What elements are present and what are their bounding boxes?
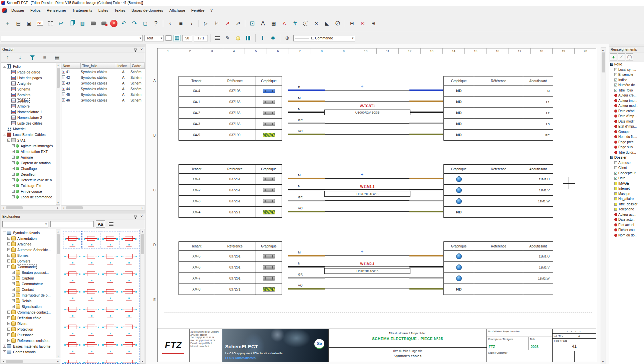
tree-item[interactable]: + Dégrilleur [2, 171, 56, 177]
expander-icon[interactable]: + [7, 242, 10, 245]
print-button[interactable] [88, 18, 98, 29]
line-styles-button[interactable] [214, 34, 222, 42]
expander-icon[interactable]: + [7, 316, 10, 319]
expander-icon[interactable]: + [12, 173, 15, 176]
field-row[interactable]: Titre du gr... [609, 150, 644, 155]
field-row[interactable]: Titre_folio [609, 88, 644, 93]
field-row[interactable]: Page suiv... [609, 145, 644, 150]
hide-tool-button[interactable]: ∅ [333, 18, 343, 29]
redo-button[interactable]: ↷ [129, 18, 139, 29]
tree-item[interactable]: + Alimentation [2, 235, 56, 241]
menu-item[interactable]: Traitements [69, 7, 95, 14]
field-row[interactable]: Date d'imp... [609, 114, 644, 119]
symbol-thumbnail[interactable] [120, 249, 138, 266]
expander-icon[interactable]: + [7, 333, 10, 336]
tree-item[interactable]: + Borniers [2, 258, 56, 264]
cable-group[interactable]: Tenant Référence Graphique XM-5 037261 X… [179, 241, 554, 295]
symbol-thumbnail[interactable] [101, 231, 119, 248]
open-dossier-button[interactable]: ▤ [13, 18, 23, 29]
tree-item[interactable]: Borniers [2, 92, 56, 98]
pencil-tool-button[interactable]: ✎ [223, 34, 232, 42]
tree-item[interactable]: Nomenclature 1 [2, 109, 56, 115]
close-icon[interactable]: ✕ [139, 215, 143, 218]
expander-icon[interactable]: + [12, 161, 15, 164]
tree-item[interactable]: + Araignée [2, 241, 56, 247]
column-header[interactable]: Titre_folio [81, 63, 116, 69]
ibeam-tool-button[interactable]: I [258, 34, 267, 42]
cut-button[interactable]: ✂ [56, 18, 66, 29]
stop-button[interactable]: ▢ [140, 18, 150, 29]
field-row[interactable]: IMAGE [609, 181, 644, 186]
expander-icon[interactable]: + [12, 282, 15, 285]
tree-item[interactable]: + Bornes [2, 252, 56, 258]
field-row[interactable]: Groupe [609, 129, 644, 135]
frame-check-button[interactable]: ⊠ [358, 18, 368, 29]
field-row[interactable]: Auteur mod... [609, 103, 644, 109]
pin-icon[interactable] [134, 48, 137, 51]
expander-icon[interactable]: + [7, 339, 10, 342]
symbol-thumbnail[interactable] [63, 355, 82, 364]
menu-item[interactable]: Renseigner [44, 7, 69, 14]
tree-item[interactable]: + Commande contact... [2, 309, 56, 315]
help-button[interactable]: ? [151, 18, 161, 29]
field-row[interactable]: Internet [609, 186, 644, 191]
table-row[interactable]: 43 Symboles câbles A Schém [61, 80, 145, 86]
list-view-button[interactable]: ≡ [41, 54, 49, 61]
tree-item[interactable]: + Automate Schneide... [2, 247, 56, 252]
menu-item[interactable]: Affichage [166, 7, 188, 14]
pin-icon[interactable] [134, 215, 137, 218]
info-tool-button[interactable]: i [301, 18, 311, 29]
sheet-input[interactable] [194, 35, 208, 41]
grid-scrollbar[interactable]: ▲▼ [140, 229, 145, 364]
expander-icon[interactable]: - [7, 265, 10, 268]
symbol-thumbnail[interactable] [82, 355, 101, 364]
tree-item[interactable]: + Agitateurs immergés [2, 143, 56, 149]
insert-symbol-button[interactable]: ⊡ [247, 18, 257, 29]
symbol-thumbnail[interactable] [120, 320, 138, 337]
tree-item[interactable]: Schéma [2, 86, 56, 92]
tree-hscrollbar[interactable]: ◄► [1, 205, 60, 210]
tree-item[interactable]: + Relais [2, 298, 56, 304]
field-row[interactable]: No_affaire [609, 196, 644, 202]
tree-item[interactable]: + Détecteur voile de b... [2, 177, 56, 183]
field-row[interactable]: Indice [609, 77, 644, 83]
menu-item[interactable]: Folios [27, 7, 44, 14]
pointer-tool-button[interactable]: ▷ [201, 18, 211, 29]
expander-icon[interactable]: + [12, 271, 15, 274]
scale-input[interactable] [182, 35, 192, 41]
symbol-thumbnail[interactable] [120, 284, 138, 302]
columns-tool-button[interactable] [244, 34, 253, 42]
symbol-text-button[interactable]: A [279, 18, 289, 29]
field-row[interactable]: Auteur cré... [609, 93, 644, 98]
tree-item[interactable]: + Fin de course [2, 188, 56, 194]
tree-scrollbar[interactable]: ▲▼ [56, 63, 60, 205]
nav-back-button[interactable]: ‹ [165, 18, 175, 29]
route-tool-button[interactable]: ↗ [222, 18, 232, 29]
tree-item[interactable]: + Définition câble [2, 315, 56, 321]
tree-item[interactable]: + Armoire [2, 154, 56, 160]
tree-item[interactable]: + Cadres favoris [2, 349, 56, 355]
expander-icon[interactable]: + [12, 178, 15, 181]
tree-item[interactable]: Nomenclature 2 [2, 115, 56, 120]
tree-item[interactable]: Page de garde [2, 69, 56, 75]
expander-icon[interactable]: + [7, 248, 10, 251]
undo-button[interactable]: ↶ [119, 18, 129, 29]
route-tool-2-button[interactable]: ↗ [233, 18, 243, 29]
tree-item[interactable]: + Local de commande [2, 194, 56, 200]
tree-item[interactable]: + Alimentation EXT [2, 149, 56, 154]
tree-item[interactable]: Liste des pages [2, 75, 56, 80]
table-row[interactable]: 41 Symboles câbles A Schém [61, 69, 145, 74]
expander-icon[interactable]: - [3, 133, 6, 136]
menu-item[interactable]: Listes [95, 7, 111, 14]
symbol-thumbnail[interactable] [101, 355, 119, 364]
lamp-tool-button[interactable] [234, 34, 242, 42]
field-row[interactable]: Fichier cou... [609, 227, 644, 233]
field-row[interactable]: Masque [609, 191, 644, 197]
symbol-thumbnail[interactable] [63, 266, 82, 284]
frame-tool-button[interactable]: ⊟ [347, 18, 357, 29]
menu-item[interactable]: Dossier [8, 7, 27, 14]
text-tool-button[interactable]: A [258, 18, 268, 29]
expander-icon[interactable]: + [12, 288, 15, 291]
tree-item[interactable]: - Commande [2, 264, 56, 269]
symbol-thumbnail[interactable] [63, 231, 82, 248]
